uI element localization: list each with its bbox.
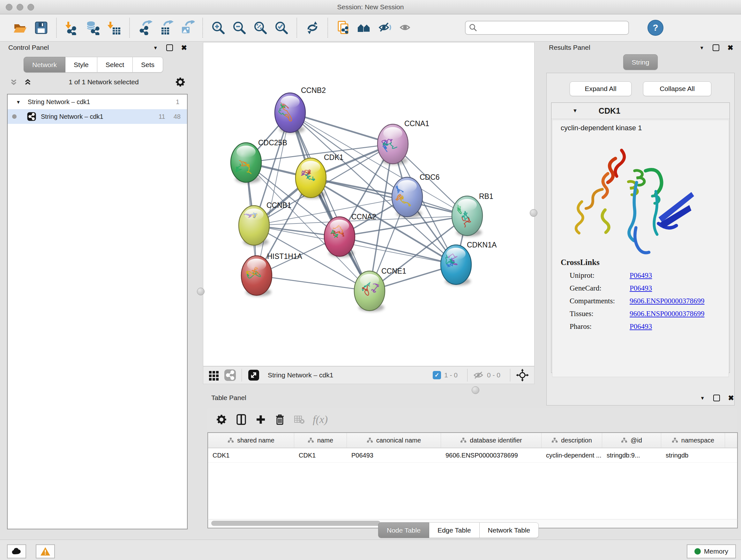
table-cell[interactable]: stringdb <box>661 448 725 462</box>
clone-network-button[interactable] <box>333 17 354 38</box>
column-header-namespace[interactable]: namespace <box>661 433 725 448</box>
import-network-from-file-button[interactable] <box>62 17 83 38</box>
table-cell[interactable]: 9606.ENSP00000378699 <box>441 448 542 462</box>
tree-row-network[interactable]: String Network – cdk1 11 48 <box>8 109 187 124</box>
tree-expand-icon[interactable]: ▼ <box>16 99 21 105</box>
column-header--id[interactable]: @id <box>602 433 661 448</box>
hidden-eye-icon <box>473 370 484 381</box>
table-row[interactable]: CDK1CDK1P064939606.ENSP00000378699cyclin… <box>208 448 737 462</box>
fit-selected-crosshair-icon[interactable] <box>516 368 529 382</box>
add-column-icon[interactable] <box>255 414 266 425</box>
crosslink-value-link[interactable]: P06493 <box>630 271 652 280</box>
tab-network-table[interactable]: Network Table <box>480 522 539 538</box>
right-splitter-handle[interactable] <box>530 209 537 217</box>
zoom-fit-content-button[interactable] <box>250 17 271 38</box>
network-node-HIST1H1A[interactable] <box>241 256 272 296</box>
network-node-CCNB1[interactable] <box>239 206 269 246</box>
table-cell[interactable]: stringdb:9... <box>602 448 661 462</box>
cloud-status-button[interactable] <box>7 544 26 558</box>
panel-menu-icon[interactable]: ▼ <box>700 395 705 401</box>
tab-edge-table[interactable]: Edge Table <box>429 522 480 538</box>
crosslink-value-link[interactable]: 9606.ENSP00000378699 <box>630 297 704 305</box>
column-header-database-identifier[interactable]: database identifier <box>441 433 542 448</box>
network-canvas[interactable]: CCNB2CCNA1CDC25BCDK1CDC6RB1CCNB1CCNA2CDK… <box>203 42 535 366</box>
collapse-entry-icon[interactable]: ▼ <box>572 108 578 114</box>
zoom-in-button[interactable] <box>208 17 229 38</box>
crosslink-value-link[interactable]: P06493 <box>630 322 652 331</box>
column-header-canonical-name[interactable]: canonical name <box>347 433 441 448</box>
export-network-button[interactable] <box>135 17 156 38</box>
apply-preferred-layout-button[interactable] <box>302 17 323 38</box>
help-button[interactable]: ? <box>648 20 664 36</box>
first-neighbors-button[interactable] <box>354 17 375 38</box>
selected-checkbox-icon[interactable]: ✓ <box>433 371 441 379</box>
left-splitter-handle[interactable] <box>197 288 205 295</box>
search-input[interactable] <box>478 24 616 32</box>
network-edge[interactable] <box>257 275 369 291</box>
tab-network[interactable]: Network <box>23 57 65 72</box>
panel-float-icon[interactable] <box>713 44 719 51</box>
panel-float-icon[interactable] <box>713 395 720 401</box>
export-image-icon <box>180 20 195 35</box>
tab-node-table[interactable]: Node Table <box>378 522 429 538</box>
panel-close-icon[interactable]: ✖ <box>728 45 733 51</box>
warnings-button[interactable] <box>36 544 55 558</box>
column-header-name[interactable]: name <box>294 433 347 448</box>
network-edge[interactable] <box>290 113 393 144</box>
import-network-from-database-button[interactable] <box>83 17 104 38</box>
crosslink-value-link[interactable]: P06493 <box>630 284 652 293</box>
export-table-button[interactable] <box>156 17 177 38</box>
tab-string[interactable]: String <box>623 54 658 70</box>
import-table-from-file-button[interactable] <box>104 17 125 38</box>
memory-button[interactable]: Memory <box>687 544 736 558</box>
network-node-CCNB2[interactable] <box>275 93 306 133</box>
network-node-CDKN1A[interactable] <box>441 245 471 286</box>
tab-select[interactable]: Select <box>97 57 133 72</box>
show-all-button[interactable] <box>396 17 417 38</box>
table-cell[interactable]: CDK1 <box>208 448 294 462</box>
column-header-shared-name[interactable]: shared name <box>208 433 294 448</box>
column-header-description[interactable]: description <box>542 433 602 448</box>
open-in-window-icon[interactable] <box>247 369 260 381</box>
expand-all-icon[interactable] <box>23 77 32 87</box>
tab-style[interactable]: Style <box>65 57 97 72</box>
open-session-button[interactable] <box>10 17 30 38</box>
search-box[interactable] <box>465 21 629 35</box>
panel-menu-icon[interactable]: ▼ <box>153 45 158 51</box>
delete-column-icon[interactable] <box>274 414 285 426</box>
show-columns-icon[interactable] <box>235 414 247 426</box>
expand-all-button[interactable]: Expand All <box>569 81 631 96</box>
zoom-out-button[interactable] <box>229 17 250 38</box>
zoom-selected-button[interactable] <box>271 17 292 38</box>
network-node-CDC25B[interactable] <box>231 143 261 183</box>
table-cell[interactable]: cyclin-dependent ... <box>542 448 602 462</box>
collapse-all-icon[interactable] <box>9 77 18 87</box>
panel-close-icon[interactable]: ✖ <box>181 45 187 51</box>
crosslink-value-link[interactable]: 9606.ENSP00000378699 <box>630 310 704 318</box>
save-session-button[interactable] <box>30 17 52 38</box>
table-cell[interactable]: CDK1 <box>294 448 347 462</box>
network-node-CCNA2[interactable] <box>324 217 355 257</box>
network-edge[interactable] <box>290 113 369 291</box>
network-node-CDC6[interactable] <box>392 177 422 218</box>
table-options-gear-icon[interactable] <box>216 414 227 425</box>
network-edge[interactable] <box>257 113 290 275</box>
network-options-gear-icon[interactable] <box>175 77 186 87</box>
hide-selected-button[interactable] <box>375 17 396 38</box>
network-node-CCNE1[interactable] <box>354 271 385 312</box>
tab-sets[interactable]: Sets <box>133 57 163 72</box>
network-node-CCNA1[interactable] <box>378 124 408 165</box>
panel-menu-icon[interactable]: ▼ <box>699 45 704 51</box>
network-node-CDK1[interactable] <box>295 158 326 199</box>
panel-float-icon[interactable] <box>166 44 173 51</box>
string-network-badge-icon[interactable] <box>224 369 237 381</box>
tree-row-collection[interactable]: ▼ String Network – cdk1 1 <box>8 95 187 109</box>
export-image-button[interactable] <box>177 17 198 38</box>
panel-close-icon[interactable]: ✖ <box>728 395 734 401</box>
collapse-all-button[interactable]: Collapse All <box>643 81 711 96</box>
birds-eye-view-icon[interactable] <box>208 369 220 381</box>
node-label-CCNE1: CCNE1 <box>381 267 406 275</box>
network-node-RB1[interactable] <box>452 196 482 237</box>
scrollbar-thumb[interactable] <box>211 521 381 526</box>
table-cell[interactable]: P06493 <box>347 448 441 462</box>
